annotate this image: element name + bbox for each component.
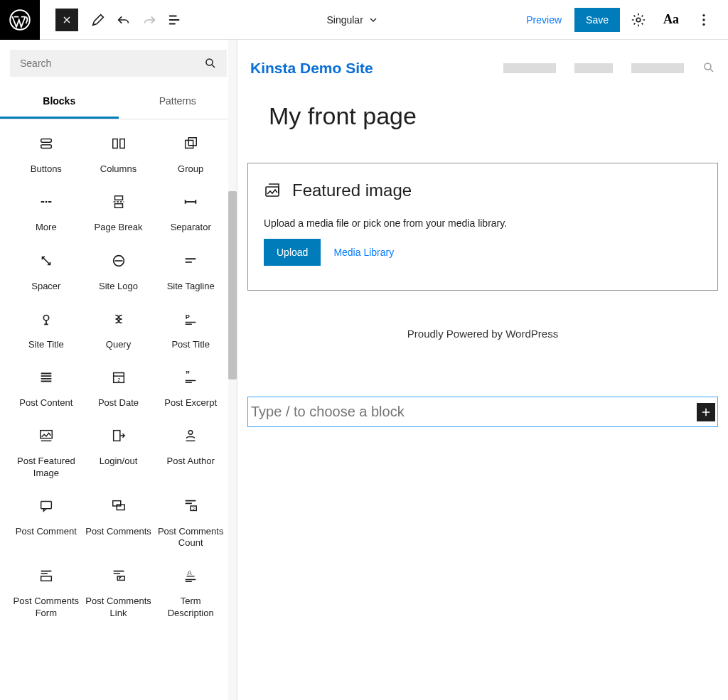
tab-patterns[interactable]: Patterns: [119, 87, 237, 119]
search-icon: [702, 61, 715, 74]
block-group[interactable]: Group: [154, 124, 227, 182]
nav-placeholder-item: [503, 63, 556, 73]
block-label: Site Title: [13, 339, 80, 350]
post-content-icon: [13, 367, 80, 387]
template-selector[interactable]: Singular: [188, 14, 518, 26]
post-comments-icon: [85, 496, 152, 516]
undo-icon: [116, 12, 132, 28]
block-page-break[interactable]: Page Break: [82, 182, 155, 240]
pencil-icon: [90, 12, 106, 28]
block-term-description[interactable]: ATerm Description: [154, 556, 227, 626]
site-header: Kinsta Demo Site: [247, 60, 718, 84]
footer-credit: Proudly Powered by WordPress: [247, 291, 718, 354]
svg-rect-10: [186, 140, 193, 148]
site-search-button[interactable]: [702, 61, 715, 76]
scrollbar-track[interactable]: [228, 40, 237, 700]
list-view-icon: [167, 12, 183, 28]
block-more[interactable]: More: [10, 182, 82, 240]
svg-text:”: ”: [186, 370, 190, 379]
block-post-comments-count[interactable]: 2Post Comments Count: [154, 486, 227, 556]
svg-point-5: [206, 59, 213, 65]
block-site-tagline[interactable]: Site Tagline: [154, 241, 227, 299]
block-search: [10, 50, 227, 77]
svg-rect-22: [113, 431, 119, 441]
block-grid: ButtonsColumnsGroupMorePage BreakSeparat…: [0, 119, 237, 700]
redo-icon: [141, 12, 157, 28]
site-title-link[interactable]: Kinsta Demo Site: [250, 60, 373, 77]
block-site-title[interactable]: Site Title: [10, 299, 82, 357]
svg-rect-8: [112, 139, 117, 149]
page-break-icon: [85, 192, 152, 212]
svg-rect-29: [41, 576, 51, 581]
block-post-excerpt[interactable]: ”Post Excerpt: [154, 357, 227, 416]
block-post-content[interactable]: Post Content: [10, 357, 82, 416]
block-post-comments[interactable]: Post Comments: [82, 486, 155, 556]
block-inserter-panel: Blocks Patterns ButtonsColumnsGroupMoreP…: [0, 40, 237, 700]
svg-rect-14: [114, 204, 122, 208]
featured-image-description: Upload a media file or pick one from you…: [264, 217, 702, 229]
site-tagline-icon: [157, 251, 224, 271]
svg-point-3: [702, 18, 705, 21]
block-separator[interactable]: Separator: [154, 182, 227, 240]
block-post-comments-link[interactable]: Post Comments Link: [82, 556, 155, 626]
search-input[interactable]: [20, 58, 204, 69]
columns-icon: [85, 134, 152, 154]
block-appender-input[interactable]: [248, 397, 697, 426]
editor-topbar: Singular Preview Save Aa: [0, 0, 728, 40]
block-columns[interactable]: Columns: [82, 124, 155, 182]
block-query[interactable]: Query: [82, 299, 155, 357]
close-inserter-button[interactable]: [55, 9, 78, 31]
plus-icon: [700, 406, 712, 419]
svg-rect-13: [114, 196, 122, 200]
post-comments-form-icon: [13, 566, 80, 586]
svg-rect-11: [188, 138, 196, 146]
page-title[interactable]: My front page: [247, 84, 718, 146]
block-label: Group: [157, 163, 224, 175]
search-icon: [204, 57, 217, 70]
edit-tool-button[interactable]: [85, 7, 111, 33]
close-icon: [61, 14, 73, 26]
svg-text:2: 2: [193, 506, 195, 510]
block-post-author[interactable]: Post Author: [154, 416, 227, 486]
more-options-button[interactable]: [690, 6, 718, 34]
block-post-comments-form[interactable]: Post Comments Form: [10, 556, 82, 626]
featured-image-icon: [264, 182, 281, 199]
settings-button[interactable]: [624, 6, 653, 34]
gear-icon: [631, 12, 646, 28]
wordpress-logo-button[interactable]: [0, 0, 40, 40]
toolbar-right: Preview Save Aa: [518, 6, 728, 34]
block-label: Post Comments Form: [13, 596, 80, 619]
template-name: Singular: [326, 14, 363, 26]
block-label: Post Comments Count: [157, 526, 224, 549]
undo-button[interactable]: [111, 7, 136, 33]
tab-blocks[interactable]: Blocks: [0, 87, 119, 119]
block-label: Post Author: [157, 456, 224, 467]
block-spacer[interactable]: Spacer: [10, 241, 82, 299]
block-label: Post Comment: [13, 526, 80, 537]
svg-text:P: P: [186, 313, 190, 321]
block-buttons[interactable]: Buttons: [10, 124, 82, 182]
upload-button[interactable]: Upload: [264, 239, 321, 266]
typography-icon: Aa: [663, 12, 679, 27]
scrollbar-thumb[interactable]: [228, 191, 237, 379]
styles-button[interactable]: Aa: [657, 6, 685, 34]
block-label: Post Content: [13, 397, 80, 409]
featured-image-block[interactable]: Featured image Upload a media file or pi…: [247, 163, 718, 291]
redo-button[interactable]: [136, 7, 162, 33]
add-block-button[interactable]: [697, 403, 715, 421]
block-label: Page Break: [85, 222, 152, 233]
media-library-link[interactable]: Media Library: [333, 247, 394, 258]
block-post-comment[interactable]: Post Comment: [10, 486, 82, 556]
preview-button[interactable]: Preview: [518, 9, 570, 31]
post-featured-image-icon: [13, 426, 80, 446]
block-appender[interactable]: [247, 397, 718, 427]
block-site-logo[interactable]: Site Logo: [82, 241, 155, 299]
buttons-icon: [13, 134, 80, 154]
block-post-date[interactable]: 2Post Date: [82, 357, 155, 416]
document-overview-button[interactable]: [162, 7, 188, 33]
block-post-title[interactable]: PPost Title: [154, 299, 227, 357]
block-login-out[interactable]: Login/out: [82, 416, 155, 486]
save-button[interactable]: Save: [574, 8, 620, 32]
svg-point-4: [702, 23, 705, 25]
block-post-featured-image[interactable]: Post Featured Image: [10, 416, 82, 486]
